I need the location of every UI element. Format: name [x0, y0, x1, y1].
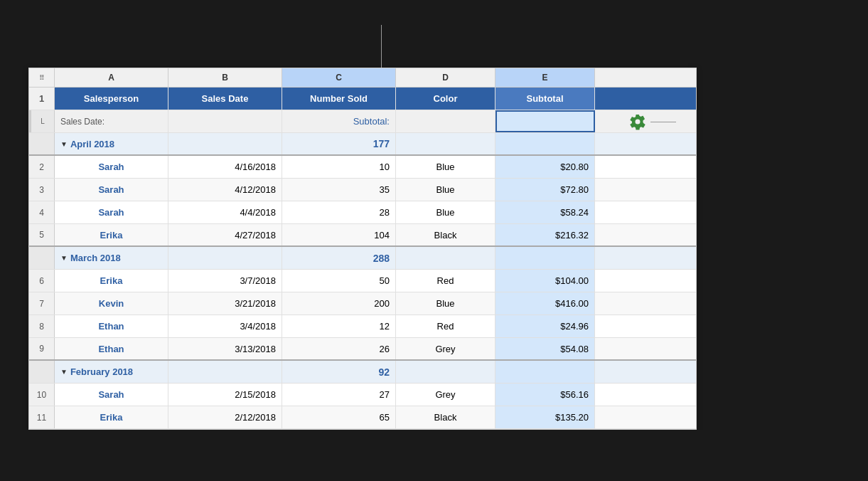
march-title-e	[495, 247, 595, 269]
row3-number-sold: 35	[282, 179, 396, 201]
header-subtotal: Subtotal	[495, 88, 595, 110]
april-title-row: ▼ April 2018 177	[29, 133, 696, 156]
row9-number-sold: 26	[282, 338, 396, 359]
row2-number-sold: 10	[282, 156, 396, 178]
april-group-title[interactable]: ▼ April 2018	[55, 133, 168, 154]
row7-extra	[595, 292, 621, 314]
row6-number-sold: 50	[282, 270, 396, 292]
gear-icon[interactable]	[629, 113, 646, 130]
row-num-february	[29, 361, 55, 383]
row-num-march	[29, 247, 55, 269]
row2-date: 4/16/2018	[168, 156, 282, 178]
header-color: Color	[396, 88, 495, 110]
row10-color: Grey	[396, 384, 495, 406]
march-title-b	[168, 247, 282, 269]
row-num-april	[29, 133, 55, 154]
header-extra	[595, 88, 621, 110]
row8-extra	[595, 315, 621, 337]
april-group-empty-d	[396, 110, 495, 132]
col-header-extra	[595, 68, 621, 87]
row5-date: 4/27/2018	[168, 224, 282, 245]
row8-date: 3/4/2018	[168, 315, 282, 337]
table-row: 7 Kevin 3/21/2018 200 Blue $416.00	[29, 292, 696, 315]
row2-color: Blue	[396, 156, 495, 178]
row9-date: 3/13/2018	[168, 338, 282, 359]
row-num-11: 11	[29, 406, 55, 428]
row5-subtotal: $216.32	[495, 224, 595, 245]
april-subtotal-value: 177	[282, 133, 396, 154]
row2-subtotal: $20.80	[495, 156, 595, 178]
row10-date: 2/15/2018	[168, 384, 282, 406]
table-row: 4 Sarah 4/4/2018 28 Blue $58.24	[29, 201, 696, 224]
march-title-row: ▼ March 2018 288	[29, 247, 696, 270]
february-title-e	[495, 361, 595, 383]
row4-person: Sarah	[55, 201, 168, 223]
row-num-6: 6	[29, 270, 55, 292]
row8-person: Ethan	[55, 315, 168, 337]
row6-person: Erika	[55, 270, 168, 292]
february-group-title[interactable]: ▼ February 2018	[55, 361, 168, 383]
row7-person: Kevin	[55, 292, 168, 314]
row11-person: Erika	[55, 406, 168, 428]
row5-person: Erika	[55, 224, 168, 245]
april-e-cell[interactable]	[495, 110, 595, 132]
march-title-d	[396, 247, 495, 269]
row9-extra	[595, 338, 621, 359]
row-num-3: 3	[29, 179, 55, 201]
row11-color: Black	[396, 406, 495, 428]
table-row: 11 Erika 2/12/2018 65 Black $135.20	[29, 406, 696, 429]
row6-subtotal: $104.00	[495, 270, 595, 292]
april-group-header: L Sales Date: Subtotal:	[29, 110, 696, 133]
row7-subtotal: $416.00	[495, 292, 595, 314]
february-title-b	[168, 361, 282, 383]
row-num-2: 2	[29, 156, 55, 178]
april-gear-col	[595, 110, 621, 132]
row-indicator-left: L	[29, 110, 55, 132]
col-header-c[interactable]: C	[282, 68, 396, 87]
april-title-extra	[595, 133, 621, 154]
row10-subtotal: $56.16	[495, 384, 595, 406]
row6-color: Red	[396, 270, 495, 292]
row4-date: 4/4/2018	[168, 201, 282, 223]
march-title-extra	[595, 247, 621, 269]
row7-date: 3/21/2018	[168, 292, 282, 314]
row3-color: Blue	[396, 179, 495, 201]
row11-extra	[595, 406, 621, 428]
row9-person: Ethan	[55, 338, 168, 359]
row4-extra	[595, 201, 621, 223]
col-header-e[interactable]: E	[495, 68, 595, 87]
april-title-b	[168, 133, 282, 154]
row3-extra	[595, 179, 621, 201]
header-row: 1 Salesperson Sales Date Number Sold Col…	[29, 88, 696, 110]
february-subtotal-value: 92	[282, 361, 396, 383]
header-salesperson: Salesperson	[55, 88, 168, 110]
row7-number-sold: 200	[282, 292, 396, 314]
row-num-7: 7	[29, 292, 55, 314]
row11-subtotal: $135.20	[495, 406, 595, 428]
april-title-e	[495, 133, 595, 154]
col-header-d[interactable]: D	[396, 68, 495, 87]
col-header-a[interactable]: A	[55, 68, 168, 87]
march-triangle[interactable]: ▼	[60, 254, 68, 262]
row11-number-sold: 65	[282, 406, 396, 428]
table-row: 2 Sarah 4/16/2018 10 Blue $20.80	[29, 156, 696, 179]
february-triangle[interactable]: ▼	[60, 368, 68, 376]
row3-person: Sarah	[55, 179, 168, 201]
row3-subtotal: $72.80	[495, 179, 595, 201]
subtotal-label-april: Subtotal:	[282, 110, 396, 132]
row4-color: Blue	[396, 201, 495, 223]
row11-date: 2/12/2018	[168, 406, 282, 428]
march-group-title[interactable]: ▼ March 2018	[55, 247, 168, 269]
header-number-sold: Number Sold	[282, 88, 396, 110]
table-row: 8 Ethan 3/4/2018 12 Red $24.96	[29, 315, 696, 338]
row-num-1: 1	[29, 88, 55, 110]
row8-number-sold: 12	[282, 315, 396, 337]
sales-date-label: Sales Date:	[55, 110, 168, 132]
table-row: 6 Erika 3/7/2018 50 Red $104.00	[29, 270, 696, 292]
table-row: 5 Erika 4/27/2018 104 Black $216.32	[29, 224, 696, 247]
april-triangle[interactable]: ▼	[60, 140, 68, 148]
col-header-b[interactable]: B	[168, 68, 282, 87]
row10-person: Sarah	[55, 384, 168, 406]
row5-color: Black	[396, 224, 495, 245]
table-row: 9 Ethan 3/13/2018 26 Grey $54.08	[29, 338, 696, 361]
